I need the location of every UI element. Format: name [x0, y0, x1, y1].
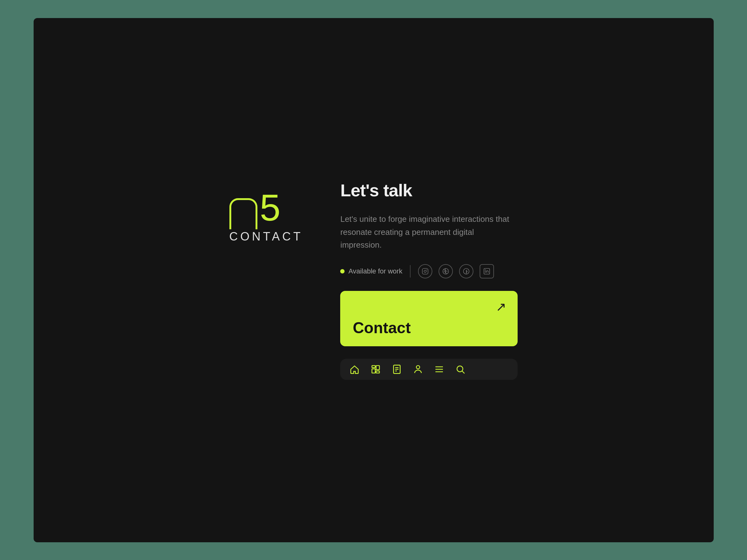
- dribbble-icon[interactable]: [439, 264, 453, 278]
- facebook-icon[interactable]: [459, 264, 473, 278]
- nav-person-icon[interactable]: [413, 364, 423, 374]
- nav-home-icon[interactable]: [350, 364, 360, 374]
- available-text: Available for work: [348, 267, 402, 275]
- status-dot: [340, 269, 344, 273]
- bottom-nav: [340, 359, 518, 380]
- five-digit: 5: [260, 189, 280, 226]
- browser-window: 5 CONTACT Let's talk Let's unite to forg…: [34, 18, 714, 542]
- section-number: 5: [229, 186, 280, 227]
- page-heading: Let's talk: [340, 180, 518, 201]
- linkedin-icon[interactable]: [480, 264, 494, 278]
- svg-rect-8: [372, 366, 376, 368]
- section-title: CONTACT: [229, 230, 303, 243]
- status-divider: [410, 265, 411, 277]
- contact-button[interactable]: ↗ Contact: [340, 291, 518, 346]
- available-status: Available for work: [340, 267, 402, 275]
- svg-point-1: [424, 270, 426, 272]
- social-icons: [418, 264, 494, 278]
- nav-layout-icon[interactable]: [371, 364, 381, 374]
- content-area: 5 CONTACT Let's talk Let's unite to forg…: [205, 155, 543, 405]
- contact-arrow-icon: ↗: [496, 300, 507, 314]
- section-label: 5 CONTACT: [229, 180, 303, 243]
- zero-shape: [229, 198, 257, 229]
- instagram-icon[interactable]: [418, 264, 432, 278]
- nav-document-icon[interactable]: [392, 364, 402, 374]
- svg-point-2: [427, 269, 427, 270]
- svg-point-16: [416, 366, 420, 369]
- right-content: Let's talk Let's unite to forge imaginat…: [340, 180, 518, 380]
- status-social-row: Available for work: [340, 264, 518, 278]
- svg-line-21: [462, 371, 464, 373]
- svg-rect-5: [484, 268, 489, 274]
- nav-menu-icon[interactable]: [434, 364, 444, 374]
- svg-rect-0: [422, 268, 428, 274]
- contact-label: Contact: [353, 300, 505, 337]
- svg-rect-9: [372, 369, 376, 373]
- nav-search-icon[interactable]: [455, 364, 465, 374]
- description-text: Let's unite to forge imaginative interac…: [340, 213, 515, 252]
- svg-point-20: [457, 366, 463, 372]
- svg-rect-10: [376, 366, 380, 370]
- svg-rect-11: [376, 371, 380, 373]
